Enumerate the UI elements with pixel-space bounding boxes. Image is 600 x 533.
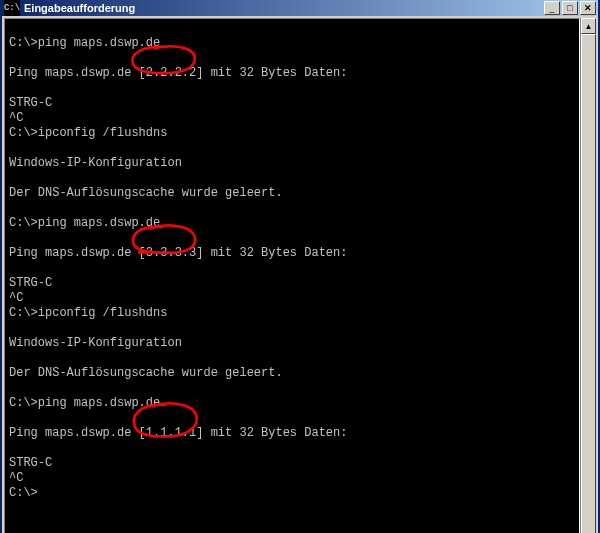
- close-button[interactable]: ✕: [580, 1, 596, 15]
- scroll-up-button[interactable]: ▲: [581, 18, 596, 34]
- line: Der DNS-Auflösungscache wurde geleert.: [9, 366, 283, 380]
- line: Windows-IP-Konfiguration: [9, 156, 182, 170]
- line: Windows-IP-Konfiguration: [9, 336, 182, 350]
- line: Ping maps.dswp.de [3.3.3.3] mit 32 Bytes…: [9, 246, 347, 260]
- line: C:\>ping maps.dswp.de: [9, 216, 160, 230]
- client-area: C:\>ping maps.dswp.de Ping maps.dswp.de …: [2, 16, 598, 533]
- line: Ping maps.dswp.de [1.1.1.1] mit 32 Bytes…: [9, 426, 347, 440]
- line: C:\>ping maps.dswp.de: [9, 36, 160, 50]
- line: C:\>ping maps.dswp.de: [9, 396, 160, 410]
- line: ^C: [9, 111, 23, 125]
- command-prompt-window: C:\ Eingabeaufforderung _ □ ✕ C:\>ping m…: [0, 0, 600, 533]
- line: C:\>ipconfig /flushdns: [9, 126, 167, 140]
- line: ^C: [9, 291, 23, 305]
- vertical-scrollbar[interactable]: ▲ ▼: [580, 18, 596, 533]
- console-output[interactable]: C:\>ping maps.dswp.de Ping maps.dswp.de …: [4, 18, 580, 533]
- line: STRG-C: [9, 456, 52, 470]
- line: STRG-C: [9, 276, 52, 290]
- app-icon: C:\: [4, 0, 20, 16]
- window-title: Eingabeaufforderung: [24, 2, 544, 14]
- titlebar[interactable]: C:\ Eingabeaufforderung _ □ ✕: [2, 0, 598, 16]
- line: C:\>: [9, 486, 38, 500]
- line: ^C: [9, 471, 23, 485]
- scrollbar-thumb[interactable]: [581, 34, 596, 533]
- line: STRG-C: [9, 96, 52, 110]
- titlebar-buttons: _ □ ✕: [544, 1, 596, 15]
- line: C:\>ipconfig /flushdns: [9, 306, 167, 320]
- line: Ping maps.dswp.de [2.2.2.2] mit 32 Bytes…: [9, 66, 347, 80]
- maximize-button[interactable]: □: [562, 1, 578, 15]
- minimize-button[interactable]: _: [544, 1, 560, 15]
- line: Der DNS-Auflösungscache wurde geleert.: [9, 186, 283, 200]
- scrollbar-track[interactable]: [581, 34, 596, 533]
